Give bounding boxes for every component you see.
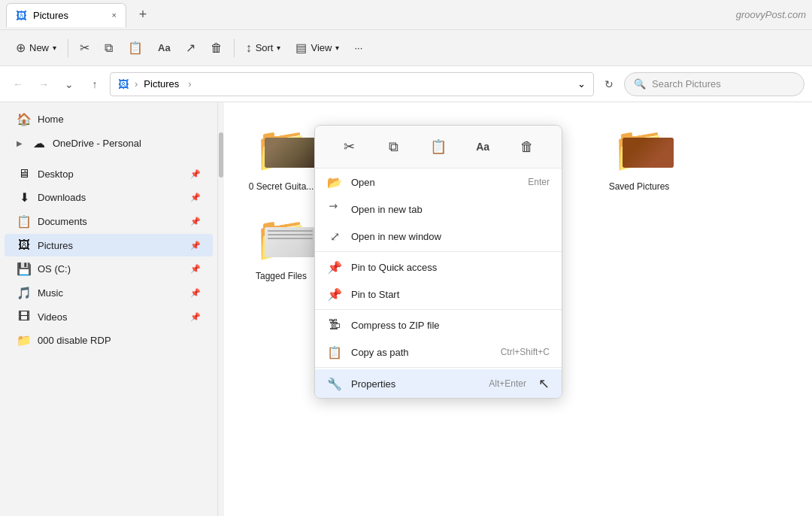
cut-button[interactable]: ✂ [73,36,96,59]
ctx-open-window-icon: ⤢ [327,229,342,244]
folder-saved-label: Saved Pictures [609,181,670,192]
sidebar-item-osc[interactable]: 💾 OS (C:) 📌 [5,257,213,281]
ctx-copy-path-icon: 📋 [327,345,342,360]
sidebar: 🏠 Home ▶ ☁ OneDrive - Personal 🖥 Desktop… [0,102,218,516]
ctx-open-item[interactable]: 📂 Open Enter [315,168,562,196]
onedrive-icon: ☁ [32,136,47,150]
context-menu-icon-bar: ✂ ⧉ 📋 Aa 🗑 [315,126,562,168]
toolbar: ⊕ New ▾ ✂ ⧉ 📋 Aa ↗ 🗑 ↕ Sort ▾ ▤ View ▾ ·… [0,30,812,66]
search-placeholder: Search Pictures [652,78,721,90]
sort-button[interactable]: ↕ Sort ▾ [239,37,288,59]
ctx-compress-item[interactable]: 🗜 Compress to ZIP file [315,311,562,338]
recent-locations-button[interactable]: ⌄ [59,74,80,95]
share-button[interactable]: ↗ [179,36,202,59]
main-layout: 🏠 Home ▶ ☁ OneDrive - Personal 🖥 Desktop… [0,102,812,516]
search-box[interactable]: 🔍 Search Pictures [624,72,804,96]
address-box[interactable]: 🖼 › Pictures › ⌄ [110,72,594,96]
context-menu: ✂ ⧉ 📋 Aa 🗑 📂 Open Enter ↗ Open in new ta… [314,125,562,399]
view-button[interactable]: ▤ View ▾ [289,36,346,59]
sidebar-000rdp-label: 000 disable RDP [38,335,201,346]
new-button[interactable]: ⊕ New ▾ [9,36,63,59]
folder-saved-pictures[interactable]: 📁 Saved Pictures [594,114,684,198]
sidebar-desktop-label: Desktop [38,168,184,180]
pictures-icon: 🖼 [17,238,32,252]
refresh-button[interactable]: ↻ [598,74,620,95]
folder-secret-guitar[interactable]: 📁 0 Secret Guita... [236,114,326,198]
scrollbar-thumb[interactable] [219,132,223,178]
title-bar: 🖼 Pictures × + groovyPost.com [0,0,812,30]
sidebar-documents-label: Documents [38,216,184,227]
folder-thumb-inner [265,138,316,168]
folder-tagged-files[interactable]: 📁 Tagged Files [236,204,326,287]
sidebar-item-music[interactable]: 🎵 Music 📌 [5,281,213,305]
ctx-open-window-item[interactable]: ⤢ Open in new window [315,223,562,250]
more-button[interactable]: ··· [347,38,369,58]
ctx-open-tab-label: Open in new tab [351,204,541,215]
folder-tagged-thumb: 📁 [244,210,319,266]
address-chevron: › [188,78,191,90]
sidebar-item-downloads[interactable]: ⬇ Downloads 📌 [5,186,213,209]
sidebar-item-desktop[interactable]: 🖥 Desktop 📌 [5,162,213,185]
ctx-open-tab-item[interactable]: ↗ Open in new tab [315,196,562,223]
sidebar-item-documents[interactable]: 📋 Documents 📌 [5,210,213,233]
ctx-separator-3 [315,367,562,368]
sidebar-item-onedrive[interactable]: ▶ ☁ OneDrive - Personal [5,132,213,155]
up-button[interactable]: ↑ [84,74,105,95]
back-button[interactable]: ← [8,74,29,95]
paste-icon: 📋 [128,41,143,55]
view-icon: ▤ [295,41,307,55]
content-area: 📁 0 Secret Guita... 📁 [224,102,812,516]
ctx-pin-start-item[interactable]: 📌 Pin to Start [315,281,562,308]
ctx-delete-button[interactable]: 🗑 [512,133,542,160]
active-tab[interactable]: 🖼 Pictures × [6,3,126,27]
address-folder-icon: 🖼 [118,78,129,90]
sidebar-item-home[interactable]: 🏠 Home [5,108,213,131]
copy-button[interactable]: ⧉ [98,37,120,59]
ctx-properties-item[interactable]: 🔧 Properties Alt+Enter ↖ [315,369,562,398]
doc-line-3 [268,238,313,239]
ctx-copy-button[interactable]: ⧉ [379,133,409,160]
ctx-open-shortcut: Enter [528,177,550,187]
ctx-copy-path-item[interactable]: 📋 Copy as path Ctrl+Shift+C [315,338,562,366]
rename-button[interactable]: Aa [151,38,177,58]
delete-button[interactable]: 🗑 [204,37,229,59]
tab-close-button[interactable]: × [112,11,117,20]
forward-button[interactable]: → [33,74,54,95]
sidebar-osc-label: OS (C:) [38,263,184,275]
new-tab-button[interactable]: + [132,5,153,26]
videos-icon: 🎞 [17,310,32,323]
sidebar-item-000rdp[interactable]: 📁 000 disable RDP [5,329,213,352]
ctx-paste-button[interactable]: 📋 [423,133,453,160]
osc-icon: 💾 [17,262,32,276]
folder-thumb-inner-4 [265,227,316,257]
watermark: groovyPost.com [736,9,806,20]
view-label: View [311,42,332,53]
ctx-compress-icon: 🗜 [327,317,342,332]
new-chevron: ▾ [53,44,56,52]
ctx-open-tab-icon: ↗ [324,199,345,220]
sidebar-scrollbar[interactable] [218,102,224,516]
sidebar-pictures-label: Pictures [38,240,184,251]
ctx-properties-icon: 🔧 [327,376,342,391]
sidebar-item-pictures[interactable]: 🖼 Pictures 📌 [5,234,213,256]
cut-icon: ✂ [80,41,89,55]
documents-icon: 📋 [17,214,32,229]
ctx-cut-button[interactable]: ✂ [335,133,365,160]
sidebar-onedrive-label: OneDrive - Personal [53,138,201,149]
view-chevron: ▾ [335,44,339,52]
share-icon: ↗ [186,41,195,55]
folder-wrap-3: 📁 [612,127,666,171]
paste-button[interactable]: 📋 [121,36,150,59]
ctx-compress-label: Compress to ZIP file [351,320,541,331]
music-pin-icon: 📌 [190,288,201,298]
ctx-pin-quick-item[interactable]: 📌 Pin to Quick access [315,253,562,281]
sidebar-item-videos[interactable]: 🎞 Videos 📌 [5,305,213,328]
home-icon: 🏠 [17,112,32,126]
sidebar-spacer [0,156,217,162]
videos-pin-icon: 📌 [190,312,201,322]
ctx-rename-button[interactable]: Aa [468,133,498,160]
desktop-pin-icon: 📌 [190,169,201,179]
address-dropdown-btn[interactable]: ⌄ [577,78,586,90]
sidebar-videos-label: Videos [38,311,184,323]
toolbar-separator-2 [234,39,235,57]
